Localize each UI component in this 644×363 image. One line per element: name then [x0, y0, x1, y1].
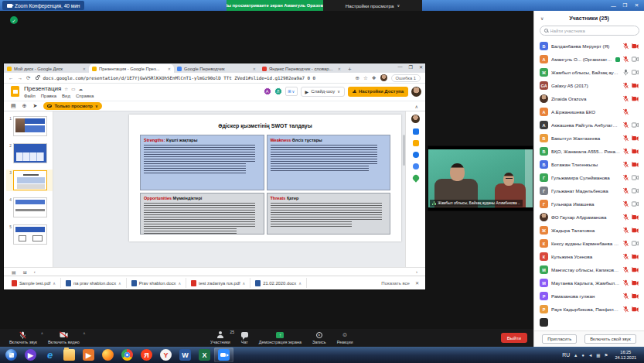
- minimize-icon[interactable]: —: [398, 64, 403, 70]
- tray-icon[interactable]: ◄: [588, 353, 592, 358]
- close-downloads-icon[interactable]: ✕: [415, 280, 419, 286]
- view-only-badge[interactable]: Только просмотр ∨: [43, 102, 101, 110]
- participant-row[interactable]: [534, 316, 644, 327]
- participant-row[interactable]: Г Гульжамира Сулейманова: [534, 171, 644, 184]
- tab-close-icon[interactable]: ✕: [338, 67, 341, 71]
- slide-thumbnail-row[interactable]: 2: [6, 142, 53, 164]
- taskbar-icon[interactable]: e: [40, 348, 60, 362]
- extensions-icon[interactable]: ❖: [372, 75, 377, 81]
- start-video-button[interactable]: ∧ Включить видео: [43, 329, 85, 347]
- participant-row[interactable]: Г ӘО Гаухар Абдраманова: [534, 211, 644, 224]
- restore-icon[interactable]: ❐: [619, 2, 631, 9]
- taskbar-icon[interactable]: [118, 348, 137, 362]
- tray-icon[interactable]: ▦: [596, 353, 600, 358]
- bookmark-star-icon[interactable]: ☆: [363, 75, 368, 81]
- move-folder-icon[interactable]: ▭: [71, 87, 75, 91]
- browser-profile-avatar[interactable]: [380, 74, 387, 81]
- browser-tab[interactable]: Google Переводчик ✕: [174, 64, 259, 73]
- participant-row[interactable]: Ж Жамбыл облысы, Байзақ ауда...: [534, 66, 644, 79]
- menu-item[interactable]: Справка: [76, 94, 94, 98]
- language-indicator[interactable]: RU: [562, 352, 570, 358]
- zoom-icon[interactable]: ⊕: [22, 103, 27, 109]
- slideshow-button[interactable]: ▶ Слайд-шоу ∨: [301, 87, 345, 97]
- participant-video-thumbnail[interactable]: Жамбыл облысы, Байзақ ауданы Алимбекова …: [428, 146, 533, 211]
- slide-thumbnail-row[interactable]: 1: [6, 115, 53, 137]
- downloaded-file-chip[interactable]: na prav shablon.docx ∧: [61, 278, 127, 288]
- address-bar[interactable]: docs.google.com/presentation/d/1E7YjGwVS…: [43, 76, 351, 80]
- slide-thumbnail-row[interactable]: 4: [6, 197, 53, 218]
- restore-icon[interactable]: ❐: [409, 64, 413, 70]
- document-title[interactable]: Презентация: [24, 85, 61, 92]
- participant-search-box[interactable]: [540, 26, 639, 36]
- unmute-audio-button[interactable]: ∧ Включить звук: [4, 329, 43, 347]
- participant-row[interactable]: Г Гульжанат Мадельбекова: [534, 184, 644, 197]
- account-avatar[interactable]: [411, 87, 421, 97]
- install-icon[interactable]: ⊕: [355, 75, 359, 81]
- chevron-up-icon[interactable]: ∧: [243, 281, 246, 286]
- side-panel-icon[interactable]: [411, 173, 420, 182]
- tray-icon[interactable]: ●: [582, 353, 584, 358]
- slide-thumbnail[interactable]: [13, 224, 47, 245]
- slide-thumbnail[interactable]: [13, 143, 47, 163]
- search-input[interactable]: [550, 29, 635, 33]
- downloaded-file-chip[interactable]: 21.02.2020.docx ∧: [250, 278, 307, 288]
- close-icon[interactable]: ✕: [419, 64, 423, 70]
- participant-row[interactable]: К Кульжина Усенова: [534, 250, 644, 263]
- grid-view-icon[interactable]: ⊞: [23, 269, 27, 275]
- star-icon[interactable]: ☆: [64, 87, 68, 91]
- unmute-self-button[interactable]: Включить свой звук: [584, 334, 636, 344]
- browser-tab[interactable]: Яндекс Переводчик - словар... ✕: [259, 64, 344, 73]
- presence-avatar[interactable]: Л: [274, 87, 282, 95]
- participant-row[interactable]: Р Рауя Кадырбекова, Панфило...: [534, 303, 644, 316]
- participant-row[interactable]: Б БҚО, Жанакала А555... Ринат Р...: [534, 145, 644, 158]
- print-icon[interactable]: ▤: [11, 103, 16, 109]
- show-all-downloads-button[interactable]: Показать все: [381, 281, 410, 286]
- menu-item[interactable]: Правка: [41, 94, 56, 98]
- participant-row[interactable]: М Мангистау облысы, Капикова ...: [534, 263, 644, 276]
- tab-close-icon[interactable]: ✕: [83, 67, 86, 71]
- participants-button[interactable]: 25 Участники: [205, 329, 236, 347]
- taskbar-icon[interactable]: Я: [137, 348, 156, 362]
- side-panel-icon[interactable]: [413, 140, 419, 146]
- tab-close-icon[interactable]: ✕: [253, 67, 256, 71]
- reactions-button[interactable]: ☺ Реакции: [332, 329, 359, 347]
- share-settings-button[interactable]: Настройки Доступа: [348, 87, 408, 97]
- participant-row[interactable]: Z Zinaida Orazova: [534, 92, 644, 105]
- participant-row[interactable]: А А.Ержанишева ЕКО: [534, 105, 644, 118]
- filmstrip-view-icon[interactable]: ▤: [12, 269, 16, 275]
- reload-icon[interactable]: ⟳: [26, 75, 30, 81]
- view-settings-button[interactable]: Настройки просмотра ∨: [323, 0, 422, 11]
- chevron-up-icon[interactable]: ∧: [178, 281, 181, 286]
- open-in-app-button[interactable]: ⊞∨: [285, 87, 298, 96]
- leave-meeting-button[interactable]: Выйти: [501, 333, 527, 343]
- chevron-up-icon[interactable]: ∧: [53, 281, 56, 286]
- side-panel-icon[interactable]: [413, 163, 419, 170]
- side-panel-icon[interactable]: [413, 128, 419, 135]
- browser-tab[interactable]: Презентация - Google През... ✕: [89, 64, 174, 73]
- participant-row[interactable]: Р Рамазанова гулжан: [534, 289, 644, 303]
- tray-icon[interactable]: ⚑: [605, 353, 608, 358]
- taskbar-icon[interactable]: ▶: [79, 348, 98, 362]
- forward-icon[interactable]: →: [18, 75, 23, 80]
- share-screen-button[interactable]: ↑ Демонстрация экрана: [254, 329, 307, 347]
- slide-thumbnail[interactable]: [13, 116, 47, 136]
- chevron-up-icon[interactable]: ∧: [298, 281, 302, 286]
- slide-thumbnail-row[interactable]: 5: [6, 224, 53, 245]
- security-shield-icon[interactable]: ✓: [10, 16, 18, 24]
- taskbar-icon[interactable]: ▶: [21, 348, 40, 362]
- taskbar-icon[interactable]: [60, 348, 79, 362]
- taskbar-icon[interactable]: [98, 348, 118, 362]
- taskbar-icon[interactable]: Y: [156, 348, 175, 362]
- downloaded-file-chip[interactable]: test zadaniya rus.pdf ∧: [186, 278, 250, 288]
- downloaded-file-chip[interactable]: Sample test.pdf ∧: [7, 278, 61, 288]
- chevron-up-icon[interactable]: ∧: [83, 331, 85, 335]
- participant-row[interactable]: Б Ботажан Тлегенкызы: [534, 158, 644, 171]
- participant-row[interactable]: Б Балданбаева Меруерт (Я): [534, 39, 644, 53]
- sync-error-badge[interactable]: Ошибка 1: [391, 74, 421, 82]
- close-icon[interactable]: ✕: [631, 2, 642, 9]
- side-panel-icon[interactable]: [413, 152, 419, 158]
- menu-item[interactable]: Вид: [62, 94, 70, 98]
- new-tab-button[interactable]: +: [348, 66, 352, 73]
- slide-thumbnail[interactable]: [13, 197, 47, 217]
- participant-row[interactable]: А Акжашева Райгуль Анбулатовн...: [534, 118, 644, 132]
